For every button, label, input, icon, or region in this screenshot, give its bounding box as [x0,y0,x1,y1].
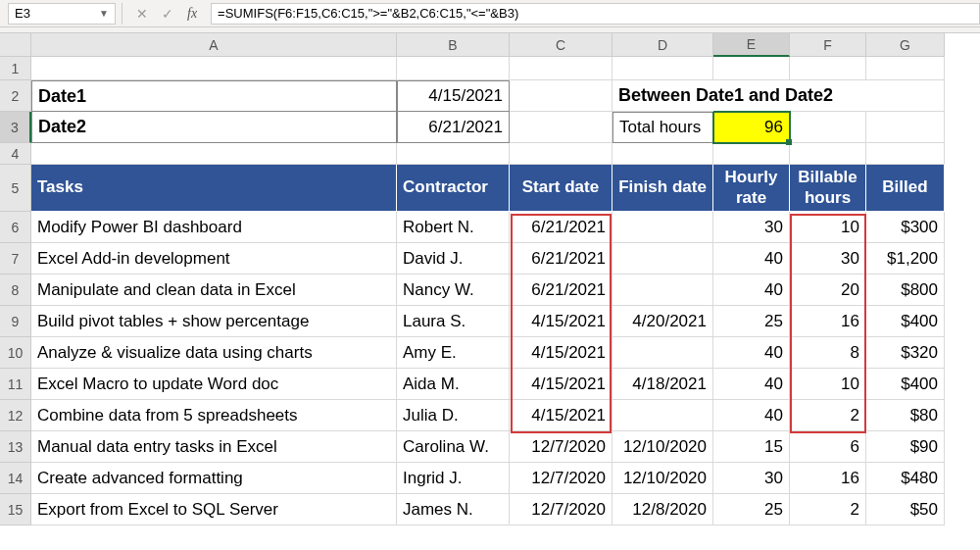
cell-b1[interactable] [397,57,510,80]
cell-f4[interactable] [790,143,866,165]
row-head-9[interactable]: 9 [0,306,31,337]
cell-a3[interactable]: Date2 [31,112,397,143]
cell-task[interactable]: Export from Excel to SQL Server [31,494,397,525]
cell-c1[interactable] [510,57,612,80]
col-head-b[interactable]: B [397,33,510,57]
cell-start[interactable]: 6/21/2021 [510,275,612,306]
cell-g2[interactable] [866,80,945,112]
cell-finish[interactable]: 12/10/2020 [612,463,713,494]
header-start[interactable]: Start date [510,165,612,212]
cell-task[interactable]: Build pivot tables + show percentage [31,306,397,337]
cell-rate[interactable]: 40 [713,369,790,400]
cell-task[interactable]: Manual data entry tasks in Excel [31,431,397,463]
col-head-f[interactable]: F [790,33,866,57]
cell-contractor[interactable]: Carolina W. [397,431,510,463]
cell-finish[interactable]: 12/10/2020 [612,431,713,463]
cell-billed[interactable]: $800 [866,275,945,306]
name-box[interactable]: E3 ▼ [8,3,116,25]
row-head-7[interactable]: 7 [0,243,31,275]
cell-hours[interactable]: 16 [790,463,866,494]
col-head-c[interactable]: C [510,33,612,57]
cell-c2[interactable] [510,80,612,112]
cell-b3[interactable]: 6/21/2021 [397,112,510,143]
cell-finish[interactable] [612,275,713,306]
row-head-8[interactable]: 8 [0,275,31,306]
chevron-down-icon[interactable]: ▼ [99,8,109,19]
cell-hours[interactable]: 20 [790,275,866,306]
cell-finish[interactable] [612,337,713,369]
cell-start[interactable]: 6/21/2021 [510,212,612,243]
cell-finish[interactable]: 4/18/2021 [612,369,713,400]
cell-task[interactable]: Modify Power BI dashboard [31,212,397,243]
cell-contractor[interactable]: Aida M. [397,369,510,400]
cell-hours[interactable]: 2 [790,400,866,431]
cell-billed[interactable]: $400 [866,369,945,400]
cell-hours[interactable]: 2 [790,494,866,525]
cell-billed[interactable]: $400 [866,306,945,337]
col-head-d[interactable]: D [612,33,713,57]
cell-rate[interactable]: 30 [713,463,790,494]
row-head-13[interactable]: 13 [0,431,31,463]
cell-billed[interactable]: $300 [866,212,945,243]
cell-g1[interactable] [866,57,945,80]
cell-start[interactable]: 4/15/2021 [510,400,612,431]
cell-contractor[interactable]: James N. [397,494,510,525]
cell-rate[interactable]: 25 [713,494,790,525]
cell-finish[interactable] [612,243,713,275]
row-head-11[interactable]: 11 [0,369,31,400]
cell-start[interactable]: 6/21/2021 [510,243,612,275]
formula-input[interactable]: =SUMIFS(F6:F15,C6:C15,">="&B2,C6:C15,"<=… [211,3,980,25]
cell-rate[interactable]: 30 [713,212,790,243]
cell-start[interactable]: 4/15/2021 [510,306,612,337]
cell-hours[interactable]: 8 [790,337,866,369]
cell-contractor[interactable]: Julia D. [397,400,510,431]
col-head-g[interactable]: G [866,33,945,57]
header-billed[interactable]: Billed [866,165,945,212]
cell-e3[interactable]: 96 [713,112,790,143]
row-head-2[interactable]: 2 [0,80,31,112]
row-head-3[interactable]: 3 [0,112,31,143]
cell-start[interactable]: 12/7/2020 [510,463,612,494]
cell-hours[interactable]: 10 [790,369,866,400]
cell-start[interactable]: 12/7/2020 [510,494,612,525]
cell-billed[interactable]: $90 [866,431,945,463]
row-head-5[interactable]: 5 [0,165,31,212]
cell-hours[interactable]: 30 [790,243,866,275]
cell-billed[interactable]: $1,200 [866,243,945,275]
cell-c3[interactable] [510,112,612,143]
cell-d2[interactable]: Between Date1 and Date2 [612,80,713,112]
row-head-12[interactable]: 12 [0,400,31,431]
cell-rate[interactable]: 15 [713,431,790,463]
cell-start[interactable]: 12/7/2020 [510,431,612,463]
cell-e4[interactable] [713,143,790,165]
header-hours[interactable]: Billable hours [790,165,866,212]
cell-task[interactable]: Analyze & visualize data using charts [31,337,397,369]
cell-b4[interactable] [397,143,510,165]
row-head-1[interactable]: 1 [0,57,31,80]
cell-rate[interactable]: 25 [713,306,790,337]
cancel-icon[interactable]: ✕ [136,6,148,22]
cell-g4[interactable] [866,143,945,165]
cell-task[interactable]: Excel Add-in development [31,243,397,275]
cell-billed[interactable]: $480 [866,463,945,494]
cell-hours[interactable]: 16 [790,306,866,337]
cell-rate[interactable]: 40 [713,243,790,275]
header-rate[interactable]: Hourly rate [713,165,790,212]
row-head-4[interactable]: 4 [0,143,31,165]
cell-hours[interactable]: 6 [790,431,866,463]
cell-c4[interactable] [510,143,612,165]
cell-f1[interactable] [790,57,866,80]
header-finish[interactable]: Finish date [612,165,713,212]
cell-f3[interactable] [790,112,866,143]
col-head-e[interactable]: E [713,33,790,57]
cell-start[interactable]: 4/15/2021 [510,337,612,369]
select-all-corner[interactable] [0,33,31,57]
cell-billed[interactable]: $80 [866,400,945,431]
enter-icon[interactable]: ✓ [162,6,173,22]
cell-contractor[interactable]: Nancy W. [397,275,510,306]
cell-hours[interactable]: 10 [790,212,866,243]
header-tasks[interactable]: Tasks [31,165,397,212]
cell-d3[interactable]: Total hours [612,112,713,143]
cell-rate[interactable]: 40 [713,400,790,431]
row-head-14[interactable]: 14 [0,463,31,494]
